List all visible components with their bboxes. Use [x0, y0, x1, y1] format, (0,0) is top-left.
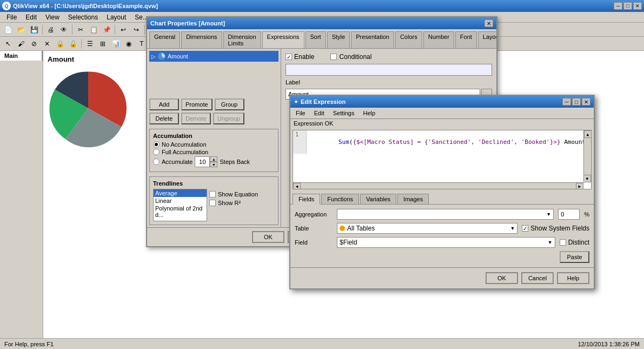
trendline-poly[interactable]: Polynomial of 2nd d...: [154, 205, 207, 219]
clear-all-button[interactable]: ⊘: [28, 38, 40, 50]
scrollbar-down-button[interactable]: ▼: [583, 175, 591, 182]
table-select[interactable]: All Tables ▼: [337, 223, 517, 234]
edit-expr-title-left: ✦ Edit Expression: [294, 98, 346, 106]
radio-no-accumulation[interactable]: No Accumulation: [153, 141, 275, 148]
table-button[interactable]: ⊞: [97, 38, 109, 50]
edit-expr-menu-settings[interactable]: Settings: [329, 109, 359, 117]
trendline-average[interactable]: Average: [154, 189, 207, 197]
conditional-expression-input[interactable]: [286, 64, 492, 76]
minimize-button[interactable]: ─: [614, 2, 622, 10]
lock-button[interactable]: 🔒: [54, 38, 66, 50]
cut-button[interactable]: ✂: [75, 24, 87, 36]
distinct-checkbox[interactable]: Distinct: [560, 239, 589, 246]
brush-tool[interactable]: 🖌: [15, 38, 27, 50]
tab-variables[interactable]: Variables: [360, 194, 396, 204]
scrollbar-left-button[interactable]: ◀: [293, 183, 301, 189]
expression-tree-item[interactable]: ▷ Amount: [149, 51, 278, 62]
sidebar-tab-main[interactable]: Main: [0, 51, 43, 61]
tab-general[interactable]: General: [149, 31, 180, 48]
paste-button[interactable]: Paste: [560, 251, 589, 263]
unlock-button[interactable]: 🔓: [67, 38, 79, 50]
trendline-linear[interactable]: Linear: [154, 197, 207, 205]
menu-view[interactable]: View: [41, 12, 64, 22]
edit-expr-help-button[interactable]: Help: [557, 272, 589, 284]
redo-button[interactable]: ↪: [130, 24, 142, 36]
tab-colors[interactable]: Colors: [395, 31, 422, 48]
stepper-up[interactable]: ▲: [210, 156, 217, 162]
select-tool[interactable]: ↖: [2, 38, 14, 50]
edit-expr-title-bar: ✦ Edit Expression ─ □ ✕: [290, 96, 594, 108]
show-equation-checkbox[interactable]: Show Equation: [209, 191, 258, 197]
conditional-checkbox-group[interactable]: Conditional: [330, 53, 371, 61]
chart-props-ok-button[interactable]: OK: [252, 231, 284, 243]
fields-content: Aggregation ▼ % Table All Tables ▼ ✓ Sho…: [290, 205, 594, 267]
menu-selections[interactable]: Selections: [64, 12, 102, 22]
clear-button[interactable]: ✕: [41, 38, 53, 50]
enable-checkbox-group[interactable]: ✓ Enable: [286, 53, 314, 61]
paste-button[interactable]: 📌: [101, 24, 112, 36]
trendlines-list[interactable]: Average Linear Polynomial of 2nd d...: [153, 189, 207, 221]
tab-font[interactable]: Font: [455, 31, 477, 48]
expr-editor-scrollbar-h[interactable]: ◀ ▶: [293, 182, 583, 189]
expr-line-number: 1: [293, 130, 307, 154]
preview-button[interactable]: 👁: [58, 24, 70, 36]
menu-edit[interactable]: Edit: [21, 12, 41, 22]
edit-expr-minimize-button[interactable]: ─: [562, 98, 571, 106]
gauge-button[interactable]: ◉: [123, 38, 135, 50]
print-button[interactable]: 🖨: [45, 24, 57, 36]
edit-expr-menu-file[interactable]: File: [291, 109, 310, 117]
close-button[interactable]: ✕: [633, 2, 642, 10]
edit-expr-ok-button[interactable]: OK: [486, 272, 518, 284]
stepper-down[interactable]: ▼: [210, 162, 217, 167]
demote-button[interactable]: Demote: [181, 113, 211, 124]
maximize-button[interactable]: □: [623, 2, 632, 10]
tab-dimension-limits[interactable]: Dimension Limits: [223, 31, 261, 48]
scrollbar-right-button[interactable]: ▶: [576, 183, 583, 189]
add-expression-button[interactable]: Add: [149, 98, 179, 110]
delete-button[interactable]: Delete: [149, 113, 179, 124]
save-button[interactable]: 💾: [28, 24, 40, 36]
tab-dimensions[interactable]: Dimensions: [181, 31, 222, 48]
tab-number[interactable]: Number: [423, 31, 454, 48]
chart-button[interactable]: 📊: [110, 38, 122, 50]
menu-file[interactable]: File: [2, 12, 21, 22]
status-bar: For Help, press F1 12/10/2013 1:38:26 PM: [0, 338, 644, 349]
enable-label: Enable: [294, 53, 314, 61]
tab-sort[interactable]: Sort: [306, 31, 326, 48]
group-button[interactable]: Group: [215, 98, 244, 110]
ungroup-button[interactable]: Ungroup: [213, 113, 244, 124]
scrollbar-up-button[interactable]: ▲: [584, 130, 592, 138]
open-button[interactable]: 📂: [15, 24, 27, 36]
menu-layout[interactable]: Layout: [102, 12, 130, 22]
undo-button[interactable]: ↩: [117, 24, 129, 36]
tab-presentation[interactable]: Presentation: [351, 31, 394, 48]
radio-accumulate-steps[interactable]: Accumulate 10 ▲ ▼ Steps Back: [153, 156, 275, 167]
listbox-button[interactable]: ☰: [84, 38, 96, 50]
tab-fields[interactable]: Fields: [293, 194, 320, 205]
edit-expr-close-button[interactable]: ✕: [582, 98, 590, 106]
field-select[interactable]: $Field ▼: [337, 237, 555, 248]
copy-button[interactable]: 📋: [88, 24, 99, 36]
expression-editor[interactable]: 1 Sum({$<[Macro Status] = {'Sanctioned',…: [293, 130, 592, 189]
steps-input[interactable]: 10: [195, 156, 210, 167]
table-row: Table All Tables ▼ ✓ Show System Fields: [295, 223, 589, 234]
tab-functions[interactable]: Functions: [321, 194, 359, 204]
show-r2-checkbox[interactable]: Show R²: [209, 200, 258, 206]
promote-button[interactable]: Promote: [181, 98, 213, 110]
show-system-fields-checkbox[interactable]: ✓ Show System Fields: [522, 225, 589, 232]
percent-input[interactable]: [558, 209, 580, 220]
tab-expressions[interactable]: Expressions: [262, 31, 304, 49]
edit-expr-maximize-button[interactable]: □: [572, 98, 581, 106]
edit-expr-menu-edit[interactable]: Edit: [310, 109, 329, 117]
tab-layout[interactable]: Layout: [478, 31, 496, 48]
chart-props-close-button[interactable]: ✕: [484, 19, 493, 27]
edit-expr-menu-help[interactable]: Help: [358, 109, 380, 117]
tab-images[interactable]: Images: [397, 194, 429, 204]
expr-editor-scrollbar-v[interactable]: ▲ ▼: [583, 130, 591, 182]
aggregation-select[interactable]: ▼: [337, 209, 554, 220]
edit-expr-cancel-button[interactable]: Cancel: [521, 272, 554, 284]
tab-style[interactable]: Style: [327, 31, 350, 48]
new-button[interactable]: 📄: [2, 24, 14, 36]
steps-stepper[interactable]: 10 ▲ ▼: [195, 156, 217, 167]
radio-full-accumulation[interactable]: Full Accumulation: [153, 149, 275, 155]
